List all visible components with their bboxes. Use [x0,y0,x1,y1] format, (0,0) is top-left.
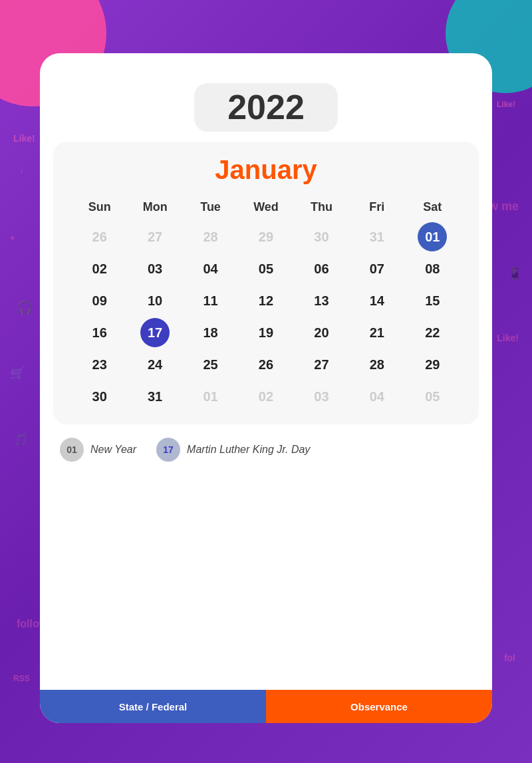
day-jan-20[interactable]: 20 [307,318,336,347]
doodle-headphone: 🎧 [17,299,33,315]
calendar-container: January Sun Mon Tue Wed Thu Fri Sat 26 2… [53,142,479,424]
day-jan-01[interactable]: 01 [418,222,447,251]
day-jan-25[interactable]: 25 [196,350,225,379]
day-jan-16[interactable]: 16 [85,318,114,347]
day-header-mon: Mon [128,195,181,220]
day-jan-19[interactable]: 19 [251,318,281,347]
day-jan-07[interactable]: 07 [362,254,392,283]
day-dec-26: 26 [85,222,114,251]
day-header-fri: Fri [350,195,403,220]
tab-observance[interactable]: Observance [266,690,492,723]
day-dec-30: 30 [307,222,336,251]
holiday-name-new-year: New Year [90,444,136,456]
day-feb-01: 01 [196,382,225,411]
year-value: 2022 [227,88,305,126]
main-card: 2022 January Sun Mon Tue Wed Thu Fri Sat… [40,53,492,723]
day-header-thu: Thu [295,195,348,220]
day-jan-24[interactable]: 24 [140,350,170,379]
holiday-badge-17: 17 [156,438,180,462]
day-jan-18[interactable]: 18 [196,318,225,347]
day-jan-03[interactable]: 03 [140,254,170,283]
holiday-new-year: 01 New Year [60,438,136,462]
day-dec-29: 29 [251,222,281,251]
holiday-mlk: 17 Martin Luther King Jr. Day [156,438,310,462]
day-feb-03: 03 [307,382,336,411]
day-jan-06[interactable]: 06 [307,254,336,283]
day-jan-02[interactable]: 02 [85,254,114,283]
day-jan-12[interactable]: 12 [251,286,281,315]
day-jan-21[interactable]: 21 [362,318,392,347]
holiday-name-mlk: Martin Luther King Jr. Day [187,444,310,456]
day-jan-11[interactable]: 11 [196,286,225,315]
day-jan-26[interactable]: 26 [251,350,281,379]
day-jan-22[interactable]: 22 [418,318,447,347]
doodle-like-right: Like! [497,100,515,109]
month-name: January [73,155,459,185]
day-jan-27[interactable]: 27 [307,350,336,379]
doodle-like-right2: Like! [497,333,519,343]
day-feb-05: 05 [418,382,447,411]
year-badge: 2022 [194,83,338,132]
day-jan-10[interactable]: 10 [140,286,170,315]
doodle-rss: RSS [13,674,30,683]
day-feb-02: 02 [251,382,281,411]
day-jan-28[interactable]: 28 [362,350,392,379]
doodle-fol: fol [504,653,515,663]
day-jan-15[interactable]: 15 [418,286,447,315]
doodle-plus: + [10,233,15,243]
doodle-music-note: 🎵 [13,432,28,447]
holiday-badge-01: 01 [60,438,84,462]
day-jan-30[interactable]: 30 [85,382,114,411]
day-jan-31[interactable]: 31 [140,382,170,411]
day-jan-23[interactable]: 23 [85,350,114,379]
bottom-tabs[interactable]: State / Federal Observance [40,690,492,723]
day-header-sat: Sat [406,195,459,220]
day-jan-04[interactable]: 04 [196,254,225,283]
day-dec-27: 27 [140,222,170,251]
tab-state-federal[interactable]: State / Federal [40,690,266,723]
calendar-grid: Sun Mon Tue Wed Thu Fri Sat 26 27 28 29 … [73,195,459,411]
holidays-section: 01 New Year 17 Martin Luther King Jr. Da… [53,434,479,465]
doodle-phone: 📱 [507,266,522,281]
doodle-music: ♪ [20,166,24,174]
day-dec-31: 31 [362,222,392,251]
day-header-sun: Sun [73,195,126,220]
day-jan-17[interactable]: 17 [140,318,170,347]
day-jan-14[interactable]: 14 [362,286,392,315]
doodle-like-left: Like! [13,133,35,144]
day-header-tue: Tue [184,195,237,220]
day-jan-09[interactable]: 09 [85,286,114,315]
day-feb-04: 04 [362,382,392,411]
doodle-cart: 🛒 [10,366,25,381]
day-jan-05[interactable]: 05 [251,254,281,283]
day-dec-28: 28 [196,222,225,251]
day-header-wed: Wed [239,195,292,220]
day-jan-08[interactable]: 08 [418,254,447,283]
day-jan-13[interactable]: 13 [307,286,336,315]
day-jan-29[interactable]: 29 [418,350,447,379]
